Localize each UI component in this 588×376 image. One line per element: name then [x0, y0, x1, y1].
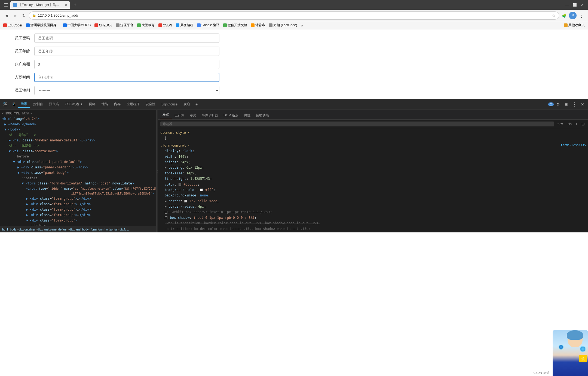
tab-styles[interactable]: 样式 — [160, 111, 172, 119]
devtools-tab-performance[interactable]: 性能 — [99, 101, 111, 108]
forward-button[interactable]: ▶ — [11, 12, 19, 19]
dom-line[interactable]: ▶ <head>…</head> — [0, 122, 156, 127]
css-prop-bg-image: background-image: none; — [165, 193, 586, 198]
breadcrumb-item-panel[interactable]: div.panel.panel-default — [37, 228, 67, 231]
address-bar[interactable]: 🔒 127.0.0.1:8000/emp_add/ ☆ — [29, 11, 559, 20]
devtools-dock-button[interactable]: ⊞ — [562, 101, 570, 108]
dom-line[interactable]: ::before — [0, 223, 156, 226]
bookmarks-more-button[interactable]: » — [299, 23, 305, 28]
dom-content: <!DOCTYPE html> <html lang="zh-CN"> ▶ <h… — [0, 110, 156, 226]
dom-line[interactable]: ::before — [0, 176, 156, 181]
class-filter-button[interactable]: .cls — [566, 122, 573, 126]
new-tab-button[interactable]: + — [72, 1, 79, 8]
tab[interactable]: 【EmployeeManager】员工新建 ✕ — [10, 1, 70, 9]
styles-content: element.style { } .form-control { forms.… — [158, 128, 588, 232]
bookmark-school[interactable]: 滁州学院校园网身... — [24, 22, 61, 28]
dom-line[interactable]: <!DOCTYPE html> — [0, 111, 156, 116]
user-profile-icon[interactable]: P — [569, 12, 577, 19]
styles-filter-input[interactable] — [160, 122, 554, 126]
add-style-rule-button[interactable]: + — [574, 121, 579, 127]
tab-computed[interactable]: 已计算 — [172, 111, 187, 119]
devtools-tab-lighthouse[interactable]: Lighthouse — [159, 101, 180, 107]
bookmark-leetcode[interactable]: 力扣 (LeetCode) — [267, 22, 299, 28]
bookmark-fengbian[interactable]: 风变编程 — [174, 22, 195, 28]
dom-line[interactable]: ▼ <div class="panel panel-default"> — [0, 159, 156, 165]
dom-line[interactable]: ▶ <nav class="navbar navbar-default">…</… — [0, 138, 156, 143]
tab-dom-breakpoints[interactable]: DOM 断点 — [221, 111, 241, 119]
devtools-more-tabs-button[interactable]: + — [193, 101, 200, 108]
breadcrumb-item-html[interactable]: html — [2, 228, 8, 231]
more-menu-button[interactable]: ⋮ — [578, 12, 585, 19]
breadcrumb-item-body[interactable]: body — [10, 228, 16, 231]
bookmark-icon[interactable]: ☆ — [552, 13, 556, 18]
devtools-tab-network[interactable]: 网络 — [86, 101, 98, 108]
input-balance[interactable] — [34, 60, 219, 69]
tab-accessibility[interactable]: 辅助功能 — [253, 111, 272, 119]
bookmark-dapeng[interactable]: 大鹏教育 — [136, 22, 156, 28]
devtools-tab-application[interactable]: 应用程序 — [124, 101, 142, 108]
bookmark-wechat[interactable]: 微信开放文档 — [222, 22, 249, 28]
back-button[interactable]: ◀ — [3, 12, 10, 19]
dom-line[interactable]: ▶ <div class="form-group">…</div> — [0, 207, 156, 213]
devtools-tab-console[interactable]: 控制台 — [30, 101, 46, 108]
inspect-element-button[interactable] — [2, 101, 9, 108]
devtools-close-button[interactable]: ✕ — [579, 101, 586, 108]
tab-properties[interactable]: 属性 — [241, 111, 253, 119]
device-toggle-button[interactable]: 📱 — [10, 101, 17, 108]
devtools-settings-button[interactable]: ⚙ — [554, 101, 562, 108]
dom-line[interactable]: ▶ <div class="form-group">…</div> — [0, 213, 156, 218]
bookmark-chzuoj[interactable]: CHZUOJ — [93, 23, 114, 28]
devtools-tab-sources[interactable]: 源代码 — [46, 101, 62, 108]
bookmark-jisuanke[interactable]: 计蒜客 — [249, 22, 267, 28]
breadcrumb-item-container[interactable]: div.container — [19, 228, 35, 231]
title-bar: 【EmployeeManager】员工新建 ✕ + — ⬜ ✕ — [0, 0, 588, 10]
tab-event-listeners[interactable]: 事件侦听器 — [199, 111, 221, 119]
dom-line[interactable]: ▶ <div class="form-group">…</div> — [0, 196, 156, 202]
form-row-password: 员工密码 — [11, 34, 577, 43]
dom-line[interactable]: ▼ <body> — [0, 127, 156, 132]
devtools-error-badge[interactable]: 2 — [548, 102, 554, 106]
dom-line[interactable]: ▼ <div class="panel-body"> — [0, 170, 156, 176]
dom-line[interactable]: <input type="hidden" name="csrfmiddlewar… — [0, 186, 156, 196]
breadcrumb-item-panel-body[interactable]: div.panel-body — [69, 228, 89, 231]
dom-line[interactable]: ▼ <form class="form-horizontal" method="… — [0, 181, 156, 186]
bookmark-other-folder[interactable]: 其他收藏夹 — [562, 22, 586, 28]
close-button[interactable]: ✕ — [579, 2, 585, 8]
bookmark-mooc[interactable]: 中国大学MOOC — [62, 22, 92, 28]
maximize-button[interactable]: ⬜ — [572, 2, 578, 8]
breadcrumb-item-form[interactable]: form.form-horizontal — [91, 228, 117, 231]
devtools-tab-security[interactable]: 安全性 — [143, 101, 158, 108]
sidebar-toggle-btn[interactable] — [3, 2, 9, 8]
extensions-icon[interactable]: 🧩 — [560, 12, 568, 19]
devtools-tab-welcome[interactable]: 欢迎 — [181, 101, 193, 108]
bookmark-educoder[interactable]: EduCoder — [2, 23, 24, 28]
dom-line[interactable]: ▶ <div class="panel-heading">…</div> — [0, 165, 156, 170]
select-gender[interactable]: --------- — [34, 86, 219, 95]
tab-layout[interactable]: 布局 — [187, 111, 199, 119]
breadcrumb-item-div[interactable]: div.fc... — [120, 228, 129, 231]
minimize-button[interactable]: — — [564, 2, 570, 8]
dom-line[interactable]: <!-- 主体部分 --> — [0, 143, 156, 149]
pseudo-filter-button[interactable]: :hov — [556, 122, 564, 126]
devtools-more-button[interactable]: ⋮ — [571, 101, 578, 108]
devtools-tab-elements[interactable]: 元素 — [18, 101, 30, 108]
reload-button[interactable]: ↻ — [20, 12, 28, 19]
dom-line[interactable]: ::before — [0, 154, 156, 159]
devtools-tab-memory[interactable]: 内存 — [111, 101, 123, 108]
dom-line[interactable]: <html lang="zh-CN"> — [0, 116, 156, 122]
bookmark-fanya[interactable]: 泛亚平台 — [114, 22, 135, 28]
bookmark-google-translate[interactable]: Google 翻译 — [195, 22, 221, 28]
input-age[interactable] — [34, 47, 219, 56]
dom-line[interactable]: ▼ <div class="container"> — [0, 149, 156, 154]
bookmark-csdn[interactable]: CSDN — [157, 23, 174, 28]
dom-line[interactable]: <!-- 导航栏 --> — [0, 132, 156, 138]
css-prop-webkit-transition-2: -webkit-transition: border-color ease-in… — [165, 232, 586, 232]
dom-line[interactable]: ▶ <div class="form-group">…</div> — [0, 202, 156, 207]
input-joindate[interactable] — [34, 73, 219, 82]
input-password[interactable] — [34, 34, 219, 43]
tab-close-icon[interactable]: ✕ — [65, 3, 67, 7]
dom-line[interactable]: ▼ <div class="form-group"> — [0, 218, 156, 223]
more-style-options-button[interactable]: ⊞ — [580, 121, 586, 127]
devtools-tab-css-overview[interactable]: CSS 概述 ▲ — [62, 101, 86, 108]
css-source-form-control[interactable]: forms.less:135 — [561, 143, 586, 148]
